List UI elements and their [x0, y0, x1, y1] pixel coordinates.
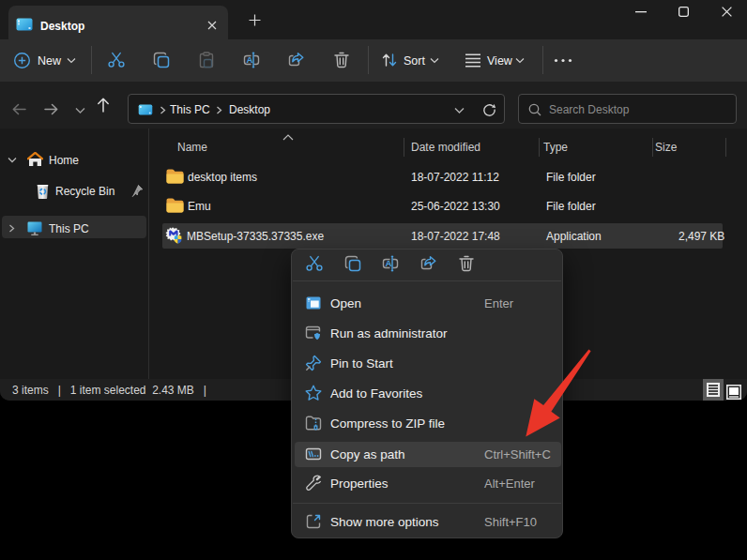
svg-text:A: A: [247, 54, 253, 65]
svg-text:A: A: [386, 258, 392, 268]
